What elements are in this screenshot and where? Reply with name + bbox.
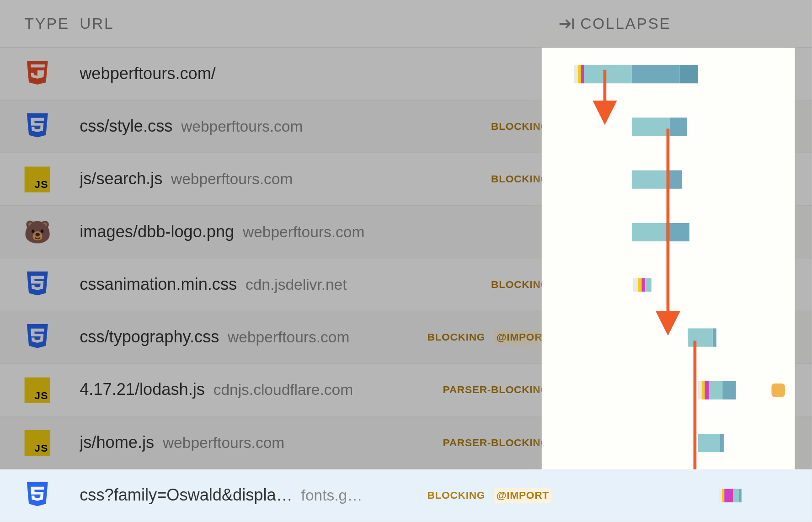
marker-chip [771,383,785,396]
cell-tags: BLOCKING [377,119,561,134]
cell-type: JS [25,377,80,403]
cell-url: js/home.jswebperftours.com [80,433,377,453]
request-row[interactable]: css/typography.csswebperftours.comBLOCKI… [0,311,812,364]
url-host: cdn.jsdelivr.net [246,276,347,293]
css3-icon [25,325,50,350]
tag-parser_blocking: PARSER-BLOCKING [440,383,551,397]
tag-import: @IMPORT [494,330,551,345]
cell-tags: BLOCKING@IMPORT [377,488,561,503]
cell-url: css/style.csswebperftours.com [80,117,377,136]
url-path: js/home.js [80,433,154,453]
request-row[interactable]: css?family=Oswald&displa…fonts.g…BLOCKIN… [0,469,812,522]
url-path: images/dbb-logo.png [80,223,234,242]
waterfall-bar [688,328,716,346]
url-host: webperftours.com [243,223,364,241]
waterfall-cell [561,259,812,311]
timing-segment [733,489,739,502]
table-header: TYPE URL COLLAPSE [0,0,812,48]
cell-tags: BLOCKING@IMPORT [377,330,561,345]
timing-segment [578,64,581,83]
waterfall-cell [561,153,812,205]
css3-icon [25,114,50,139]
cell-url: webperftours.com/ [80,64,377,84]
waterfall-bar [698,433,724,452]
image-icon: 🐻 [25,219,50,245]
url-path: webperftours.com/ [80,64,216,84]
url-path: css?family=Oswald&displa… [80,486,293,505]
url-path: 4.17.21/lodash.js [80,380,205,399]
url-host: fonts.g… [301,486,363,504]
request-row[interactable]: 🐻images/dbb-logo.pngwebperftours.com [0,206,812,258]
cell-tags: BLOCKING [377,172,561,186]
tag-blocking: BLOCKING [489,119,552,134]
url-host: webperftours.com [171,170,293,188]
timing-segment [709,381,722,399]
cell-type: 🐻 [25,219,80,245]
url-host: webperftours.com [163,434,284,452]
timing-segment [705,381,709,399]
col-head-url: URL [80,15,559,32]
request-row[interactable]: JSjs/search.jswebperftours.comBLOCKING [0,153,812,206]
js-icon: JS [25,377,50,403]
cell-tags: PARSER-BLOCKING [377,435,561,450]
waterfall-cell [561,48,812,100]
timing-segment [632,223,666,241]
arrow-right-bar-icon [560,18,574,29]
waterfall-bar [719,489,742,502]
timing-segment [670,117,687,136]
timing-segment [720,433,724,452]
cell-type: JS [25,166,80,192]
tag-import: @IMPORT [494,488,551,503]
waterfall-cell [561,416,812,469]
request-row[interactable]: JS4.17.21/lodash.jscdnjs.cloudflare.comP… [0,364,812,416]
tag-blocking: BLOCKING [489,277,552,292]
waterfall-cell [561,101,812,153]
request-row[interactable]: JSjs/home.jswebperftours.comPARSER-BLOCK… [0,416,812,469]
cell-url: css/typography.csswebperftours.com [80,328,377,347]
waterfall-bar [574,64,698,83]
url-host: cdnjs.cloudflare.com [214,381,353,399]
timing-segment [722,381,736,399]
url-path: css/style.css [80,117,172,136]
url-path: js/search.js [80,170,162,189]
timing-segment [641,278,645,291]
cell-url: cssanimation.min.csscdn.jsdelivr.net [80,275,377,294]
timing-segment [581,64,584,83]
tag-blocking: BLOCKING [425,330,488,345]
request-row[interactable]: css/style.csswebperftours.comBLOCKING [0,101,812,153]
css3-icon [25,272,50,297]
waterfall-bar [698,381,736,399]
timing-segment [713,328,716,346]
timing-segment [666,223,689,241]
url-host: webperftours.com [228,328,349,346]
timing-segment [574,64,578,83]
waterfall-cell [561,206,812,258]
timing-segment [638,278,641,291]
waterfall-bar [632,223,689,241]
timing-segment [633,278,638,291]
cell-url: images/dbb-logo.pngwebperftours.com [80,223,377,242]
cell-tags: PARSER-BLOCKING [377,383,561,397]
cell-url: js/search.jswebperftours.com [80,170,377,189]
timing-segment [668,170,682,188]
waterfall-cell [561,364,812,416]
cell-type [25,61,80,86]
request-row[interactable]: webperftours.com/ [0,48,812,101]
waterfall-bar [632,117,687,136]
cell-url: css?family=Oswald&displa…fonts.g… [80,486,377,505]
timing-segment [632,117,670,136]
waterfall-bar [633,278,652,291]
timing-segment [698,433,720,452]
collapse-label: COLLAPSE [580,15,671,32]
timing-segment [698,381,702,399]
cell-tags: BLOCKING [377,277,561,292]
collapse-button[interactable]: COLLAPSE [560,15,671,32]
css3-icon [25,482,50,508]
url-path: css/typography.css [80,328,219,347]
timing-segment [679,64,698,83]
timing-segment [632,170,668,188]
cell-url: 4.17.21/lodash.jscdnjs.cloudflare.com [80,380,377,399]
js-icon: JS [25,166,50,192]
request-row[interactable]: cssanimation.min.csscdn.jsdelivr.netBLOC… [0,259,812,311]
url-host: webperftours.com [181,117,303,135]
